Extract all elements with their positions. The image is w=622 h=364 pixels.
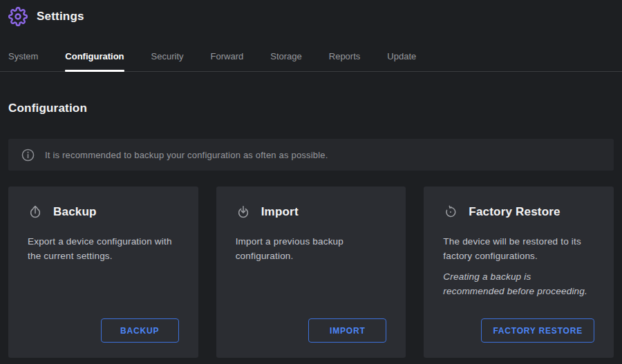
factory-restore-card-header: Factory Restore (443, 204, 594, 220)
header: Settings (0, 0, 622, 32)
card-title-factory-restore: Factory Restore (469, 205, 560, 219)
tab-update[interactable]: Update (387, 46, 416, 71)
backup-card-header: Backup (28, 204, 179, 220)
factory-restore-card: Factory Restore The device will be resto… (424, 186, 614, 358)
card-description-import: Import a previous backup configuration. (236, 234, 387, 263)
info-banner: It is recommended to backup your configu… (8, 139, 614, 171)
app-title: Settings (37, 10, 84, 23)
restore-icon (443, 204, 458, 220)
tab-system[interactable]: System (8, 46, 38, 71)
page-title: Configuration (8, 102, 614, 115)
info-icon (21, 148, 35, 162)
tab-security[interactable]: Security (151, 46, 184, 71)
import-card-header: Import (236, 204, 387, 220)
card-title-import: Import (261, 205, 299, 219)
settings-page: Settings System Configuration Security F… (0, 0, 622, 364)
tab-storage[interactable]: Storage (270, 46, 302, 71)
card-description-factory-restore: The device will be restored to its facto… (443, 234, 594, 263)
upload-icon (28, 204, 43, 220)
card-description-backup: Export a device configuration with the c… (28, 234, 179, 263)
tab-reports[interactable]: Reports (329, 46, 361, 71)
gear-icon (8, 7, 28, 26)
card-title-backup: Backup (53, 205, 97, 219)
import-button[interactable]: IMPORT (308, 318, 386, 343)
import-card: Import Import a previous backup configur… (216, 186, 406, 358)
backup-card: Backup Export a device configuration wit… (8, 186, 198, 358)
tab-configuration[interactable]: Configuration (65, 46, 124, 71)
cards-row: Backup Export a device configuration wit… (8, 186, 614, 358)
card-note-factory-restore: Creating a backup is recommended before … (443, 269, 594, 298)
download-icon (236, 204, 251, 220)
backup-button[interactable]: BACKUP (101, 318, 179, 343)
tab-forward[interactable]: Forward (211, 46, 244, 71)
info-banner-text: It is recommended to backup your configu… (45, 150, 328, 160)
tab-bar: System Configuration Security Forward St… (0, 46, 622, 72)
factory-restore-button[interactable]: FACTORY RESTORE (481, 318, 594, 343)
